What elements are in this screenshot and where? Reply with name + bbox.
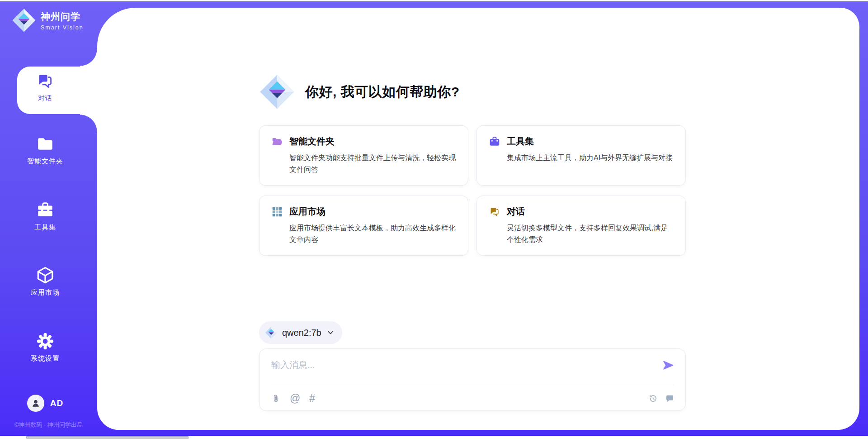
history-icon[interactable] [648, 394, 658, 403]
message-composer: @ # [259, 348, 686, 411]
active-nav-pill-fillet-bottom [80, 114, 98, 132]
greeting-diamond-logo-icon [259, 74, 295, 110]
card-description: 智能文件夹功能支持批量文件上传与清洗，轻松实现文件问答 [289, 152, 456, 175]
composer-toolbar: @ # [271, 391, 675, 406]
brand-name: 神州问学 [41, 10, 84, 23]
card-app-market[interactable]: 应用市场 应用市场提供丰富长文本模板，助力高效生成多样化文章内容 [259, 196, 468, 256]
card-toolset[interactable]: 工具集 集成市场上主流工具，助力AI与外界无缝扩展与对接 [476, 125, 686, 186]
sidebar-item-label: 对话 [38, 94, 52, 103]
brand-text: 神州问学 Smart Vision [41, 10, 84, 31]
cube-icon [36, 266, 55, 285]
card-header: 智能文件夹 [271, 135, 456, 148]
card-description: 应用市场提供丰富长文本模板，助力高效生成多样化文章内容 [289, 222, 456, 245]
brand-diamond-logo-icon [12, 8, 36, 33]
feedback-bubble-icon[interactable] [665, 394, 675, 403]
sidebar-item-settings[interactable]: 系统设置 [0, 332, 90, 363]
folder-open-icon [271, 136, 283, 148]
grid-icon [271, 206, 283, 218]
gear-icon [36, 332, 55, 351]
horizontal-scrollbar-thumb[interactable] [26, 436, 189, 439]
brand-subtitle: Smart Vision [41, 24, 84, 31]
model-name: qwen2:7b [282, 328, 321, 338]
greeting-text: 你好, 我可以如何帮助你? [305, 83, 460, 101]
composer-divider [271, 385, 674, 385]
card-title: 智能文件夹 [289, 135, 335, 148]
sidebar-item-toolset[interactable]: 工具集 [0, 200, 90, 232]
brand: 神州问学 Smart Vision [12, 8, 84, 33]
model-selector[interactable]: qwen2:7b [259, 321, 342, 344]
send-icon[interactable] [662, 359, 675, 372]
sidebar-item-label: 智能文件夹 [27, 157, 63, 166]
card-chat[interactable]: 对话 灵活切换多模型文件，支持多样回复效果调试,满足个性化需求 [476, 196, 686, 256]
attachment-icon[interactable] [271, 394, 281, 403]
card-header: 应用市场 [271, 205, 456, 218]
card-title: 应用市场 [289, 205, 326, 218]
chat-icon [489, 206, 500, 218]
main-content: 你好, 我可以如何帮助你? 智能文件夹 智能文件夹功能支持批量文件上传与清洗，轻… [97, 8, 859, 430]
active-nav-pill-fillet-top [80, 49, 98, 67]
sidebar-item-app-market[interactable]: 应用市场 [0, 266, 90, 297]
sidebar-item-smart-folder[interactable]: 智能文件夹 [0, 134, 90, 166]
card-description: 灵活切换多模型文件，支持多样回复效果调试,满足个性化需求 [507, 222, 674, 245]
toolbox-icon [36, 200, 55, 220]
main-column: 你好, 我可以如何帮助你? 智能文件夹 智能文件夹功能支持批量文件上传与清洗，轻… [259, 8, 686, 430]
chevron-down-icon [327, 329, 334, 336]
sidebar-item-label: 应用市场 [31, 288, 60, 297]
card-title: 对话 [507, 205, 525, 218]
feature-cards: 智能文件夹 智能文件夹功能支持批量文件上传与清洗，轻松实现文件问答 工具集 [259, 125, 686, 256]
greeting: 你好, 我可以如何帮助你? [259, 74, 686, 110]
model-diamond-logo-icon [265, 326, 278, 339]
copyright-footer: ©神州数码 · 神州问学出品 [0, 421, 97, 429]
mention-icon[interactable]: @ [290, 393, 300, 404]
sidebar: 神州问学 Smart Vision 对话 智能文件夹 [0, 1, 97, 436]
card-description: 集成市场上主流工具，助力AI与外界无缝扩展与对接 [507, 152, 674, 164]
composer-tools-left: @ # [271, 393, 315, 404]
hashtag-icon[interactable]: # [309, 393, 315, 404]
sidebar-item-chat[interactable]: 对话 [0, 72, 90, 103]
spacer [259, 256, 686, 321]
folder-icon [36, 134, 55, 153]
chat-icon [36, 72, 55, 91]
app-frame: 神州问学 Smart Vision 对话 智能文件夹 [0, 1, 868, 436]
message-input[interactable] [259, 349, 658, 382]
user-account[interactable]: AD [0, 395, 90, 412]
card-smart-folder[interactable]: 智能文件夹 智能文件夹功能支持批量文件上传与清洗，轻松实现文件问答 [259, 125, 468, 186]
sidebar-item-label: 系统设置 [31, 354, 60, 363]
sidebar-item-label: 工具集 [34, 223, 56, 232]
horizontal-scrollbar [0, 436, 868, 439]
composer-tools-right [648, 394, 675, 403]
card-header: 对话 [489, 205, 674, 218]
briefcase-icon [489, 136, 500, 148]
card-title: 工具集 [507, 135, 534, 148]
avatar [27, 395, 44, 412]
user-initials: AD [50, 398, 63, 408]
person-icon [31, 398, 41, 408]
card-header: 工具集 [489, 135, 674, 148]
